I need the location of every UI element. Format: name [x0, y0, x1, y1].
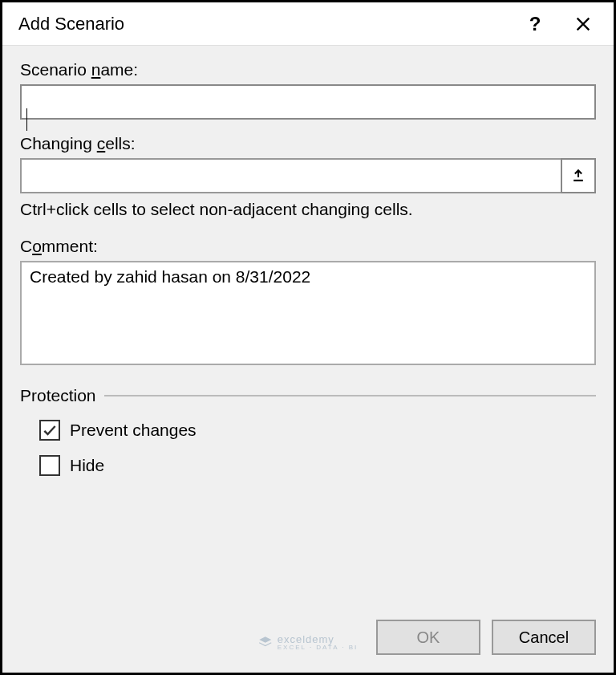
scenario-name-label: Scenario name: — [20, 60, 596, 79]
collapse-dialog-button[interactable] — [561, 158, 596, 193]
changing-cells-input[interactable] — [20, 158, 561, 193]
hide-checkbox[interactable] — [39, 455, 60, 476]
button-row: OK Cancel — [2, 605, 614, 673]
dialog-content: Scenario name: Changing cells: Ctrl+clic… — [2, 46, 614, 605]
ok-button[interactable]: OK — [376, 620, 480, 655]
checkmark-icon — [42, 422, 58, 438]
hide-label: Hide — [70, 456, 104, 475]
protection-legend: Protection — [20, 386, 104, 405]
changing-cells-label: Changing cells: — [20, 134, 596, 153]
titlebar: Add Scenario ? — [2, 2, 614, 46]
comment-textarea[interactable]: Created by zahid hasan on 8/31/2022 — [20, 261, 596, 365]
protection-group: Protection Prevent changes Hide — [20, 386, 596, 476]
hide-row[interactable]: Hide — [39, 455, 596, 476]
comment-wrapper: Created by zahid hasan on 8/31/2022 — [20, 261, 596, 368]
changing-cells-row — [20, 158, 596, 193]
text-cursor — [26, 108, 27, 131]
help-icon: ? — [529, 13, 541, 35]
add-scenario-dialog: Add Scenario ? Scenario name: Changing c… — [0, 0, 616, 675]
dialog-title: Add Scenario — [18, 14, 511, 35]
prevent-changes-row[interactable]: Prevent changes — [39, 420, 596, 441]
collapse-icon — [570, 168, 586, 184]
prevent-changes-checkbox[interactable] — [39, 420, 60, 441]
prevent-changes-label: Prevent changes — [70, 421, 197, 440]
help-button[interactable]: ? — [511, 2, 559, 46]
changing-cells-hint: Ctrl+click cells to select non-adjacent … — [20, 200, 596, 219]
cancel-button[interactable]: Cancel — [492, 620, 596, 655]
scenario-name-input[interactable] — [20, 84, 596, 120]
close-icon — [574, 15, 592, 33]
comment-label: Comment: — [20, 237, 596, 256]
close-button[interactable] — [559, 2, 607, 46]
